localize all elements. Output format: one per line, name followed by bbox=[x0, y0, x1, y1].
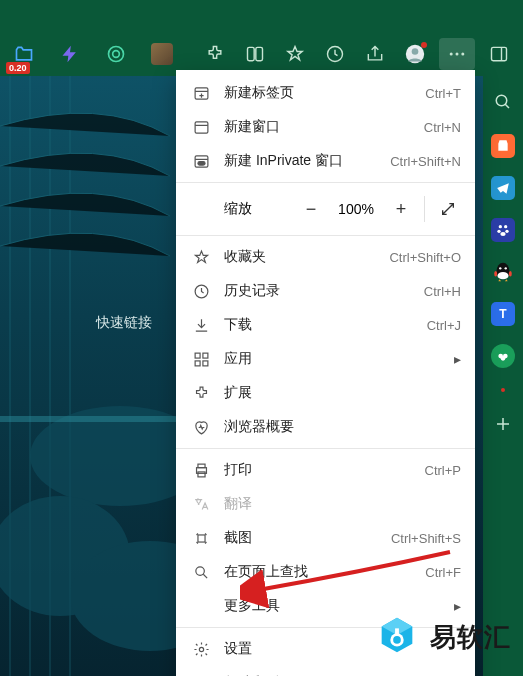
sidebar-app-baidu[interactable] bbox=[491, 218, 515, 242]
menu-favorites[interactable]: 收藏夹 Ctrl+Shift+O bbox=[176, 240, 475, 274]
extensions-icon[interactable] bbox=[199, 38, 231, 70]
menu-shortcut: Ctrl+J bbox=[427, 318, 461, 333]
menu-label: 下载 bbox=[224, 316, 427, 334]
menu-new-inprivate[interactable]: 新建 InPrivate 窗口 Ctrl+Shift+N bbox=[176, 144, 475, 178]
window-titlebar bbox=[0, 0, 523, 32]
chevron-right-icon: ▸ bbox=[454, 598, 461, 614]
extension-avatar-icon[interactable] bbox=[146, 38, 178, 70]
sidebar-indicator-dot bbox=[501, 388, 505, 392]
favorites-icon[interactable] bbox=[279, 38, 311, 70]
svg-point-36 bbox=[501, 356, 506, 361]
menu-print[interactable]: 打印 Ctrl+P bbox=[176, 453, 475, 487]
menu-extensions[interactable]: 扩展 bbox=[176, 376, 475, 410]
svg-point-7 bbox=[450, 53, 453, 56]
svg-rect-2 bbox=[248, 47, 255, 60]
svg-rect-52 bbox=[202, 360, 207, 365]
menu-new-tab[interactable]: 新建标签页 Ctrl+T bbox=[176, 76, 475, 110]
watermark: 易软汇 bbox=[374, 614, 511, 660]
menu-downloads[interactable]: 下载 Ctrl+J bbox=[176, 308, 475, 342]
menu-history[interactable]: 历史记录 Ctrl+H bbox=[176, 274, 475, 308]
apps-icon bbox=[190, 351, 212, 368]
watermark-text: 易软汇 bbox=[430, 620, 511, 655]
svg-point-57 bbox=[195, 566, 204, 575]
quick-links-label: 快速链接 bbox=[96, 314, 152, 332]
inprivate-icon bbox=[190, 153, 212, 170]
profile-icon[interactable] bbox=[399, 38, 431, 70]
menu-help[interactable]: 帮助和反馈 ▸ bbox=[176, 666, 475, 676]
menu-shortcut: Ctrl+P bbox=[425, 463, 461, 478]
sidebar-app-qq[interactable] bbox=[491, 260, 515, 284]
chevron-right-icon: ▸ bbox=[454, 351, 461, 367]
svg-point-33 bbox=[509, 271, 512, 277]
menu-shortcut: Ctrl+Shift+S bbox=[391, 531, 461, 546]
svg-rect-50 bbox=[202, 353, 207, 358]
svg-rect-54 bbox=[197, 464, 204, 468]
add-sidebar-icon[interactable] bbox=[489, 410, 517, 438]
split-screen-icon[interactable] bbox=[239, 38, 271, 70]
history-toolbar-icon[interactable] bbox=[319, 38, 351, 70]
menu-separator bbox=[176, 182, 475, 183]
sidebar-app-cloud[interactable] bbox=[491, 344, 515, 368]
menu-label: 翻译 bbox=[224, 495, 461, 513]
zoom-out-button[interactable]: − bbox=[294, 193, 328, 225]
svg-point-23 bbox=[499, 225, 502, 228]
menu-new-window[interactable]: 新建窗口 Ctrl+N bbox=[176, 110, 475, 144]
menu-label: 更多工具 bbox=[224, 597, 448, 615]
svg-point-25 bbox=[497, 230, 500, 233]
translate-icon bbox=[190, 496, 212, 513]
puzzle-icon bbox=[190, 385, 212, 402]
svg-point-6 bbox=[412, 48, 419, 55]
find-icon bbox=[190, 564, 212, 581]
fullscreen-button[interactable] bbox=[431, 193, 465, 225]
menu-shortcut: Ctrl+Shift+N bbox=[390, 154, 461, 169]
menu-shortcut: Ctrl+N bbox=[424, 120, 461, 135]
folder-badge: 0.20 bbox=[6, 62, 30, 74]
sidebar-app-shopping[interactable] bbox=[491, 134, 515, 158]
share-icon[interactable] bbox=[359, 38, 391, 70]
menu-label: 打印 bbox=[224, 461, 425, 479]
extension-icon-2[interactable] bbox=[100, 38, 132, 70]
downloads-folder-icon[interactable]: 0.20 bbox=[8, 38, 40, 70]
menu-label: 扩展 bbox=[224, 384, 461, 402]
sidebar-toggle-icon[interactable] bbox=[483, 38, 515, 70]
search-icon[interactable] bbox=[489, 88, 517, 116]
svg-point-32 bbox=[494, 271, 497, 277]
zoom-in-button[interactable]: + bbox=[384, 193, 418, 225]
watermark-logo-icon bbox=[374, 614, 420, 660]
svg-point-24 bbox=[504, 225, 507, 228]
menu-label: 新建窗口 bbox=[224, 118, 424, 136]
menu-label: 新建 InPrivate 窗口 bbox=[224, 152, 390, 170]
sidebar-app-telegram[interactable] bbox=[491, 176, 515, 200]
heartbeat-icon bbox=[190, 419, 212, 436]
menu-zoom-row: 缩放 − 100% + bbox=[176, 187, 475, 231]
svg-point-31 bbox=[505, 267, 507, 269]
gear-icon bbox=[190, 641, 212, 658]
zoom-value: 100% bbox=[332, 201, 380, 217]
svg-point-26 bbox=[505, 230, 508, 233]
svg-point-1 bbox=[113, 51, 120, 58]
menu-label: 历史记录 bbox=[224, 282, 424, 300]
screenshot-icon bbox=[190, 530, 212, 547]
menu-screenshot[interactable]: 截图 Ctrl+Shift+S bbox=[176, 521, 475, 555]
menu-separator bbox=[176, 235, 475, 236]
menu-apps[interactable]: 应用 ▸ bbox=[176, 342, 475, 376]
download-icon bbox=[190, 317, 212, 334]
svg-point-29 bbox=[498, 272, 509, 279]
zoom-label: 缩放 bbox=[224, 200, 252, 218]
svg-point-21 bbox=[496, 95, 507, 106]
menu-browser-essentials[interactable]: 浏览器概要 bbox=[176, 410, 475, 444]
svg-rect-43 bbox=[195, 121, 208, 132]
extension-icon-1[interactable] bbox=[54, 38, 86, 70]
sidebar-app-tieba[interactable]: T bbox=[491, 302, 515, 326]
more-menu-button[interactable] bbox=[439, 38, 475, 70]
menu-translate: 翻译 bbox=[176, 487, 475, 521]
svg-rect-3 bbox=[256, 47, 263, 60]
menu-label: 收藏夹 bbox=[224, 248, 389, 266]
svg-rect-47 bbox=[197, 161, 204, 165]
menu-shortcut: Ctrl+H bbox=[424, 284, 461, 299]
svg-rect-55 bbox=[197, 471, 204, 476]
svg-rect-64 bbox=[395, 628, 399, 635]
menu-find[interactable]: 在页面上查找 Ctrl+F bbox=[176, 555, 475, 589]
svg-point-0 bbox=[109, 47, 124, 62]
menu-label: 在页面上查找 bbox=[224, 563, 425, 581]
